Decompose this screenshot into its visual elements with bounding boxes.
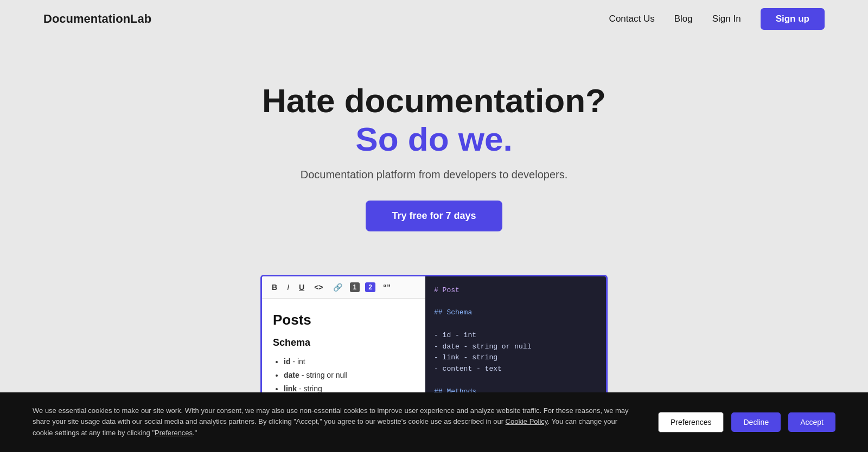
accept-button[interactable]: Accept [788, 412, 835, 432]
hero-title-blue: So do we. [11, 120, 857, 158]
editor-heading-posts: Posts [273, 312, 414, 328]
decline-button[interactable]: Decline [731, 412, 781, 432]
nav-blog[interactable]: Blog [674, 14, 693, 24]
link-button[interactable]: 🔗 [331, 282, 344, 293]
md-blank [434, 319, 597, 330]
cookie-text-final: ." [193, 429, 197, 437]
nav-contact-us[interactable]: Contact Us [609, 14, 655, 24]
bold-button[interactable]: B [270, 282, 279, 293]
preferences-button[interactable]: Preferences [658, 412, 724, 432]
cookie-banner: We use essential cookies to make our sit… [0, 392, 868, 452]
signup-button[interactable]: Sign up [761, 8, 825, 30]
md-line-date: - date - string or null [434, 341, 597, 353]
hero-subtitle: Documentation platform from developers t… [11, 169, 857, 181]
cookie-policy-link[interactable]: Cookie Policy [506, 417, 548, 425]
cta-button[interactable]: Try free for 7 days [366, 201, 502, 231]
nav-sign-in[interactable]: Sign In [712, 14, 741, 24]
cookie-actions: Preferences Decline Accept [658, 412, 835, 432]
editor-list: id - int date - string or null link - st… [273, 355, 414, 396]
hero-title-black: Hate documentation? [11, 81, 857, 120]
nav-links: Contact Us Blog Sign In Sign up [609, 8, 825, 30]
md-blank [434, 296, 597, 307]
md-line-id: - id - int [434, 330, 597, 341]
editor-toolbar: B I U <> 🔗 1 2 “” [262, 276, 425, 299]
list-item: id - int [284, 355, 414, 369]
code-button[interactable]: <> [312, 282, 325, 293]
md-line-link: - link - string [434, 352, 597, 364]
num1-badge[interactable]: 1 [350, 282, 360, 292]
md-line-schema-heading: ## Schema [434, 307, 597, 319]
md-line-post-heading: # Post [434, 285, 597, 296]
site-logo: DocumentationLab [43, 12, 151, 26]
italic-button[interactable]: I [285, 282, 291, 293]
hero-section: Hate documentation? So do we. Documentat… [0, 38, 868, 264]
editor-heading-schema: Schema [273, 337, 414, 348]
cookie-preferences-link[interactable]: Preferences [155, 429, 193, 437]
cookie-text: We use essential cookies to make our sit… [33, 405, 636, 439]
underline-button[interactable]: U [297, 282, 307, 293]
navbar: DocumentationLab Contact Us Blog Sign In… [0, 0, 868, 38]
md-line-content: - content - text [434, 364, 597, 375]
quote-button[interactable]: “” [381, 282, 393, 293]
md-blank [434, 375, 597, 386]
num2-badge[interactable]: 2 [365, 282, 375, 292]
list-item: date - string or null [284, 369, 414, 382]
